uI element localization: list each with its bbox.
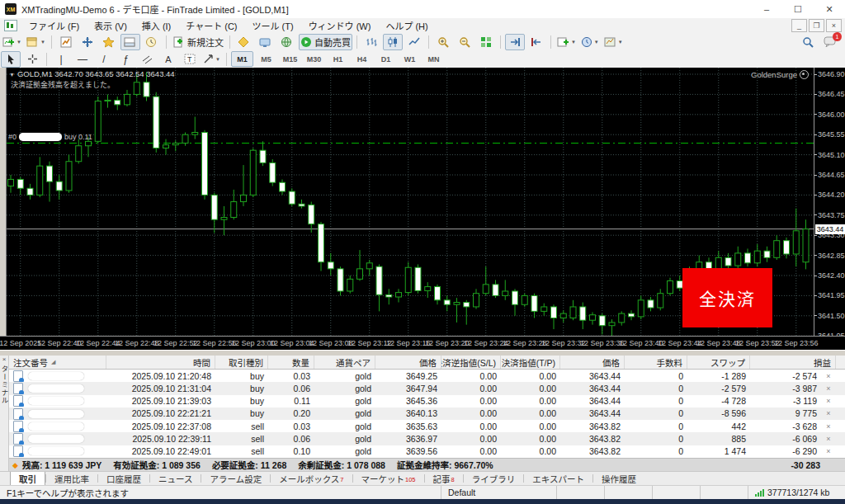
maximize-button[interactable]: ☐ (782, 0, 814, 18)
timeframe-button-h1[interactable]: H1 (327, 51, 349, 67)
panel-splitter[interactable] (0, 350, 845, 356)
column-header-7[interactable]: 決済指値(T/P) (501, 356, 560, 369)
templates-button[interactable]: ▼ (602, 34, 625, 50)
column-header-0[interactable]: 注文番号◢ (9, 356, 106, 369)
tab-1[interactable]: 運用比率 (46, 472, 97, 485)
cursor-tool-button[interactable] (1, 51, 21, 68)
tab-0[interactable]: 取引 (10, 472, 45, 485)
close-all-button[interactable]: 全決済 (682, 268, 772, 327)
child-minimize-button[interactable]: _ (791, 19, 807, 32)
order-row-0[interactable]: 2025.09.10 21:20:48buy0.03gold3649.250.0… (9, 370, 845, 382)
column-header-3[interactable]: 数量 (268, 356, 314, 369)
zoom-in-button[interactable] (433, 34, 453, 50)
horizontal-line-tool-button[interactable]: — (73, 51, 92, 68)
crosshair-tool-button[interactable] (22, 51, 42, 68)
vertical-line-tool-button[interactable]: | (51, 51, 71, 68)
tab-9[interactable]: エキスパート (524, 472, 592, 485)
timeframe-button-w1[interactable]: W1 (399, 51, 421, 67)
toolbox-button[interactable] (120, 34, 140, 50)
indicators-button[interactable]: ▼ (555, 34, 578, 50)
minimize-button[interactable]: – (751, 0, 782, 18)
status-profile[interactable]: Default (441, 486, 556, 499)
strategy-tester-button[interactable] (142, 34, 162, 50)
web-button[interactable] (277, 34, 297, 50)
zoom-out-button[interactable] (455, 34, 474, 50)
chart-window-icon[interactable] (4, 20, 17, 31)
menu-item-6[interactable]: ヘルプ (H) (378, 18, 435, 33)
menu-item-0[interactable]: ファイル (F) (21, 18, 87, 33)
order-row-3[interactable]: 2025.09.10 22:21:21buy0.20gold3640.130.0… (9, 407, 845, 420)
text-tool-button[interactable]: A (158, 51, 178, 68)
bar-chart-type-button[interactable] (361, 34, 381, 50)
timeframe-button-d1[interactable]: D1 (375, 51, 397, 67)
tab-5[interactable]: メールボックス7 (271, 472, 352, 485)
tab-7[interactable]: 記事8 (425, 472, 463, 485)
column-header-5[interactable]: 価格 (375, 356, 441, 369)
menu-item-4[interactable]: ツール (T) (245, 18, 301, 33)
timeframe-button-h4[interactable]: H4 (351, 51, 373, 67)
timeframe-button-m5[interactable]: M5 (255, 51, 277, 67)
column-header-4[interactable]: 通貨ペア (314, 356, 375, 369)
column-header-8[interactable]: 価格 (560, 356, 625, 369)
child-close-button[interactable]: × (826, 19, 842, 32)
child-restore-button[interactable]: ❐ (809, 19, 824, 32)
column-header-11[interactable]: 損益 (750, 356, 836, 369)
periods-button[interactable]: ▼ (579, 34, 601, 50)
tab-2[interactable]: 口座履歴 (98, 472, 149, 485)
fibonacci-tool-button[interactable]: ƒ (116, 51, 135, 68)
profiles-button[interactable]: ▼ (25, 34, 47, 50)
order-row-5[interactable]: 2025.09.10 22:39:11sell0.06gold3636.970.… (9, 432, 845, 445)
close-position-icon[interactable]: × (821, 435, 836, 443)
close-position-icon[interactable]: × (821, 384, 836, 393)
order-row-6[interactable]: 2025.09.10 22:49:01sell0.10gold3639.560.… (9, 445, 845, 458)
text-label-tool-button[interactable]: T (180, 51, 200, 68)
column-header-9[interactable]: 手数料 (625, 356, 687, 369)
timeframe-button-m1[interactable]: M1 (231, 51, 253, 67)
line-chart-type-button[interactable] (404, 34, 424, 50)
options-button[interactable] (256, 34, 276, 50)
tab-4[interactable]: アラーム設定 (201, 472, 270, 485)
search-icon[interactable] (798, 34, 818, 50)
column-header-2[interactable]: 取引種別 (215, 356, 268, 369)
shapes-tool-button[interactable]: ▼ (201, 51, 222, 68)
menu-item-3[interactable]: チャート (C) (178, 18, 244, 33)
close-position-icon[interactable]: × (821, 447, 836, 455)
data-window-button[interactable] (78, 34, 97, 50)
new-chart-button[interactable]: ▼ (1, 34, 23, 50)
market-watch-button[interactable] (56, 34, 76, 50)
tab-6[interactable]: マーケット105 (353, 472, 424, 485)
price-axis[interactable]: 3646.903646.453646.003645.553645.103644.… (814, 68, 845, 336)
tab-3[interactable]: ニュース (150, 472, 201, 485)
goldensurge-icon[interactable] (800, 70, 809, 79)
notifications-button[interactable]: 1 (819, 34, 839, 50)
tab-10[interactable]: 操作履歴 (593, 472, 644, 485)
menu-item-1[interactable]: 表示 (V) (87, 18, 135, 33)
auto-trading-button[interactable]: 自動売買 (299, 34, 352, 50)
close-position-icon[interactable]: × (821, 372, 836, 380)
auto-scroll-button[interactable] (505, 34, 525, 50)
order-row-2[interactable]: 2025.09.10 21:39:03buy0.11gold3645.360.0… (9, 395, 845, 407)
new-order-button[interactable]: 新規注文 (171, 34, 225, 50)
menu-item-2[interactable]: 挿入 (I) (135, 18, 178, 33)
order-row-4[interactable]: 2025.09.10 22:37:08sell0.03gold3635.630.… (9, 420, 845, 432)
close-position-icon[interactable]: × (821, 409, 836, 417)
time-axis[interactable]: 12 Sep 202512 Sep 22:4012 Sep 22:4412 Se… (0, 336, 845, 351)
trendline-tool-button[interactable]: / (94, 51, 114, 68)
order-row-1[interactable]: 2025.09.10 21:31:04buy0.06gold3647.940.0… (9, 382, 845, 394)
tab-8[interactable]: ライブラリ (464, 472, 524, 485)
tile-windows-button[interactable] (476, 34, 496, 50)
chart-area[interactable]: ▼GOLD,M1 3642.70 3643.65 3642.54 3643.44… (0, 68, 845, 350)
navigator-button[interactable] (99, 34, 119, 50)
collapse-triangle-icon[interactable]: ▼ (9, 72, 15, 78)
timeframe-button-mn[interactable]: MN (422, 51, 445, 67)
candlestick-type-button[interactable] (383, 34, 403, 50)
timeframe-button-m30[interactable]: M30 (303, 51, 325, 67)
terminal-close-icon[interactable]: × (2, 356, 7, 363)
menu-item-5[interactable]: ウィンドウ (W) (301, 18, 379, 33)
column-header-1[interactable]: 時間 (106, 356, 215, 369)
close-position-icon[interactable]: × (821, 397, 836, 405)
close-button[interactable]: ✕ (814, 0, 845, 18)
timeframe-button-m15[interactable]: M15 (279, 51, 301, 67)
close-position-icon[interactable]: × (821, 422, 836, 431)
column-header-6[interactable]: 決済逆指値(S/L) (441, 356, 501, 369)
